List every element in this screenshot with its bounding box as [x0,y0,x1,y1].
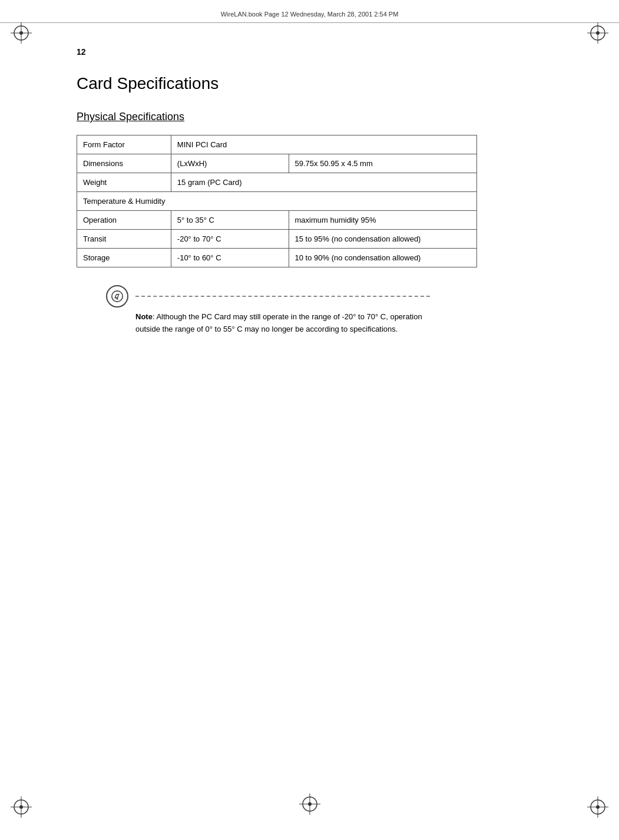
table-cell-right: 59.75x 50.95 x 4.5 mm [289,154,476,173]
bottom-center-mark [299,793,320,816]
page-container: WireLAN.book Page 12 Wednesday, March 28… [0,0,619,840]
table-row: Form Factor MINI PCI Card [77,135,477,154]
table-cell-right: 15 to 95% (no condensation allowed) [289,230,476,249]
main-content: 12 Card Specifications Physical Specific… [77,47,572,336]
note-dashed-line [135,296,430,297]
table-row-full: Temperature & Humidity [77,192,477,211]
corner-mark-tr [587,22,608,44]
table-row: Operation 5° to 35° C maximum humidity 9… [77,211,477,230]
table-cell-full: Temperature & Humidity [77,192,477,211]
table-cell-label: Operation [77,211,171,230]
table-row: Dimensions (LxWxH) 59.75x 50.95 x 4.5 mm [77,154,477,173]
page-number: 12 [77,47,572,57]
corner-mark-bl [11,796,32,818]
corner-mark-tl [11,22,32,44]
table-cell-label: Transit [77,230,171,249]
table-cell-value: 15 gram (PC Card) [171,173,476,192]
table-row: Transit -20° to 70° C 15 to 95% (no cond… [77,230,477,249]
table-cell-value: MINI PCI Card [171,135,476,154]
table-cell-label: Dimensions [77,154,171,173]
table-cell-label: Storage [77,249,171,267]
header-text: WireLAN.book Page 12 Wednesday, March 28… [221,11,399,18]
note-text: Note: Although the PC Card may still ope… [106,311,433,336]
table-cell-mid: 5° to 35° C [171,211,289,230]
note-icon-circle [106,285,128,307]
section-title: Physical Specifications [77,111,572,123]
note-top-row [106,285,572,307]
table-cell-mid: -20° to 70° C [171,230,289,249]
table-cell-label: Form Factor [77,135,171,154]
spec-table: Form Factor MINI PCI Card Dimensions (Lx… [77,135,477,267]
header-bar: WireLAN.book Page 12 Wednesday, March 28… [0,11,619,23]
table-cell-mid: -10° to 60° C [171,249,289,267]
note-label: Note [135,312,153,321]
svg-point-21 [117,298,117,299]
table-cell-label: Weight [77,173,171,192]
table-cell-right: maximum humidity 95% [289,211,476,230]
corner-mark-br [587,796,608,818]
note-section: Note: Although the PC Card may still ope… [106,285,572,336]
table-row: Weight 15 gram (PC Card) [77,173,477,192]
table-cell-right: 10 to 90% (no condensation allowed) [289,249,476,267]
table-row: Storage -10° to 60° C 10 to 90% (no cond… [77,249,477,267]
note-body: Although the PC Card may still operate i… [135,312,422,333]
main-title: Card Specifications [77,74,572,93]
table-cell-mid: (LxWxH) [171,154,289,173]
svg-point-20 [112,291,123,302]
